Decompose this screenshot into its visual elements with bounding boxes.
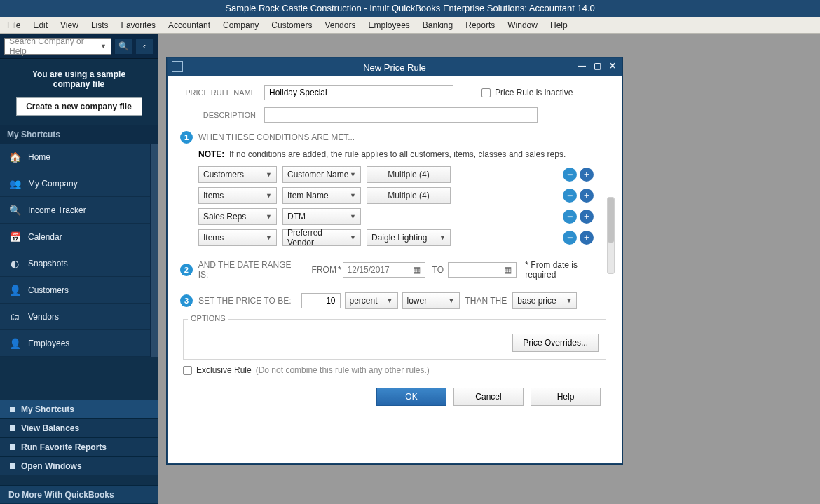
nav-label: Vendors bbox=[28, 312, 59, 322]
sidebar-item-home[interactable]: 🏠Home bbox=[0, 144, 158, 170]
step-1-label: WHEN THESE CONDITIONS ARE MET... bbox=[198, 132, 355, 142]
sidebar-item-income-tracker[interactable]: 🔍Income Tracker bbox=[0, 197, 158, 224]
condition-field-combo[interactable]: Preferred Vendor▼ bbox=[282, 229, 361, 246]
search-input[interactable]: Search Company or Help ▼ bbox=[4, 38, 111, 55]
direction-combo[interactable]: lower▼ bbox=[402, 292, 460, 309]
add-condition-button[interactable]: + bbox=[580, 231, 594, 245]
menu-banking[interactable]: Banking bbox=[423, 20, 453, 30]
from-date-input[interactable]: 12/15/2017 ▦ bbox=[343, 262, 425, 278]
menu-vendors[interactable]: Vendors bbox=[324, 20, 355, 30]
step-3-icon: 3 bbox=[180, 294, 193, 307]
bottom-open-windows[interactable]: Open Windows bbox=[0, 456, 158, 475]
condition-field-combo[interactable]: Customer Name▼ bbox=[282, 166, 361, 183]
add-condition-button[interactable]: + bbox=[580, 168, 594, 182]
multiple-button[interactable]: Multiple (4) bbox=[367, 166, 451, 183]
options-label: OPTIONS bbox=[188, 314, 228, 322]
search-placeholder: Search Company or Help bbox=[9, 36, 100, 56]
condition-type: Items bbox=[203, 233, 224, 243]
minimize-button[interactable]: — bbox=[575, 60, 588, 71]
remove-condition-button[interactable]: − bbox=[563, 168, 577, 182]
calendar-icon[interactable]: ▦ bbox=[504, 265, 512, 275]
sidebar-item-vendors[interactable]: 🗂Vendors bbox=[0, 304, 158, 330]
basis-value: base price bbox=[517, 296, 556, 306]
nav-icon: 👤 bbox=[8, 284, 21, 297]
step-1-icon: 1 bbox=[180, 131, 193, 144]
sidebar-item-customers[interactable]: 👤Customers bbox=[0, 277, 158, 304]
multiple-button[interactable]: Multiple (4) bbox=[367, 187, 451, 204]
create-company-button[interactable]: Create a new company file bbox=[16, 97, 142, 116]
sidebar-item-my-company[interactable]: 👥My Company bbox=[0, 170, 158, 197]
chevron-down-icon: ▼ bbox=[566, 297, 572, 304]
chevron-down-icon: ▼ bbox=[350, 234, 356, 241]
window-title: Sample Rock Castle Construction - Intuit… bbox=[0, 0, 820, 17]
menu-favorites[interactable]: Favorites bbox=[121, 20, 156, 30]
bottom-view-balances[interactable]: View Balances bbox=[0, 418, 158, 437]
modal-titlebar[interactable]: New Price Rule — ▢ ✕ bbox=[168, 58, 622, 76]
condition-field-combo[interactable]: Item Name▼ bbox=[282, 187, 361, 204]
bottom-run-reports[interactable]: Run Favorite Reports bbox=[0, 437, 158, 456]
add-condition-button[interactable]: + bbox=[580, 210, 594, 224]
menu-view[interactable]: View bbox=[60, 20, 78, 30]
left-panel: Search Company or Help ▼ 🔍 ‹ You are usi… bbox=[0, 34, 158, 504]
close-button[interactable]: ✕ bbox=[606, 60, 619, 71]
condition-type: Items bbox=[203, 191, 224, 200]
to-date-input[interactable]: ▦ bbox=[448, 262, 517, 278]
unit-combo[interactable]: percent▼ bbox=[345, 292, 398, 309]
bottom-do-more[interactable]: Do More With QuickBooks bbox=[0, 485, 158, 504]
menu-lists[interactable]: Lists bbox=[91, 20, 109, 30]
condition-type-combo[interactable]: Items▼ bbox=[198, 187, 277, 204]
condition-value-combo[interactable]: Daigle Lighting▼ bbox=[367, 229, 451, 246]
menu-file[interactable]: File bbox=[7, 20, 20, 30]
sidebar-item-snapshots[interactable]: ◐Snapshots bbox=[0, 250, 158, 277]
add-condition-button[interactable]: + bbox=[580, 189, 594, 203]
sidebar-item-calendar[interactable]: 📅Calendar bbox=[0, 224, 158, 250]
price-rule-name-input[interactable] bbox=[264, 85, 453, 100]
menu-company[interactable]: Company bbox=[223, 20, 259, 30]
description-input[interactable] bbox=[264, 107, 538, 123]
basis-combo[interactable]: base price▼ bbox=[512, 292, 577, 309]
maximize-button[interactable]: ▢ bbox=[591, 60, 603, 71]
conditions-scrollbar[interactable] bbox=[607, 197, 615, 274]
condition-field-combo[interactable]: DTM▼ bbox=[282, 208, 361, 225]
cancel-button[interactable]: Cancel bbox=[453, 388, 524, 406]
sidebar-item-employees[interactable]: 👤Employees bbox=[0, 330, 158, 357]
menu-window[interactable]: Window bbox=[507, 20, 538, 30]
menu-help[interactable]: Help bbox=[550, 20, 568, 30]
amount-input[interactable] bbox=[301, 293, 341, 308]
nav-label: Home bbox=[28, 152, 50, 162]
menu-accountant[interactable]: Accountant bbox=[168, 20, 210, 30]
condition-type-combo[interactable]: Items▼ bbox=[198, 229, 277, 246]
chevron-down-icon: ▼ bbox=[350, 171, 356, 178]
condition-type-combo[interactable]: Customers▼ bbox=[198, 166, 277, 183]
menu-employees[interactable]: Employees bbox=[368, 20, 409, 30]
ok-button[interactable]: OK bbox=[376, 388, 446, 406]
system-menu-icon[interactable] bbox=[172, 61, 183, 72]
search-icon: 🔍 bbox=[118, 41, 129, 51]
search-button[interactable]: 🔍 bbox=[114, 38, 132, 55]
help-button[interactable]: Help bbox=[531, 388, 601, 406]
chevron-down-icon: ▼ bbox=[350, 192, 356, 199]
dropdown-icon[interactable]: ▼ bbox=[100, 43, 107, 50]
condition-value: Daigle Lighting bbox=[371, 233, 427, 243]
bottom-my-shortcuts[interactable]: My Shortcuts bbox=[0, 400, 158, 418]
nav-icon: 👤 bbox=[8, 337, 21, 350]
menu-reports[interactable]: Reports bbox=[465, 20, 495, 30]
remove-condition-button[interactable]: − bbox=[563, 189, 577, 203]
calendar-icon[interactable]: ▦ bbox=[413, 265, 421, 275]
remove-condition-button[interactable]: − bbox=[563, 231, 577, 245]
inactive-checkbox[interactable]: Price Rule is inactive bbox=[481, 88, 573, 97]
remove-condition-button[interactable]: − bbox=[563, 210, 577, 224]
collapse-button[interactable]: ‹ bbox=[135, 38, 153, 55]
nav-icon: 🔍 bbox=[8, 204, 21, 217]
price-overrides-button[interactable]: Price Overrides... bbox=[512, 334, 599, 352]
step-2-label: AND THE DATE RANGE IS: bbox=[198, 260, 302, 280]
condition-field: Preferred Vendor bbox=[287, 228, 350, 247]
modal-title: New Price Rule bbox=[363, 62, 426, 73]
menu-edit[interactable]: Edit bbox=[33, 20, 48, 30]
step-3-label: SET THE PRICE TO BE: bbox=[198, 296, 292, 306]
exclusive-checkbox[interactable] bbox=[183, 366, 192, 375]
menu-customers[interactable]: Customers bbox=[271, 20, 312, 30]
condition-type-combo[interactable]: Sales Reps▼ bbox=[198, 208, 277, 225]
bottom-label: Open Windows bbox=[21, 461, 82, 471]
description-label: DESCRIPTION bbox=[180, 111, 264, 119]
